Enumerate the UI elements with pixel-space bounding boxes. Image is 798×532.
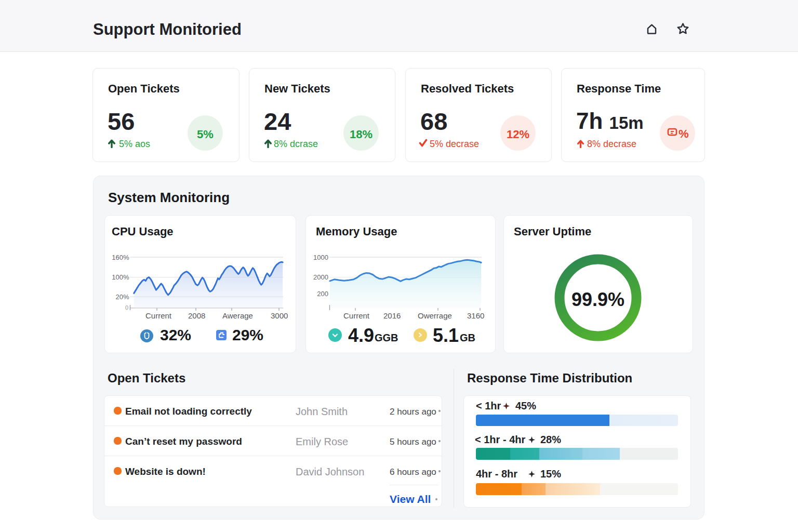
- svg-text:2000: 2000: [313, 273, 328, 281]
- svg-text:20%: 20%: [115, 293, 129, 301]
- svg-text:100%: 100%: [112, 273, 129, 281]
- svg-text:200: 200: [317, 290, 328, 298]
- svg-text:0: 0: [125, 304, 128, 311]
- svg-text:160%: 160%: [112, 254, 129, 261]
- svg-text:1000: 1000: [313, 254, 328, 261]
